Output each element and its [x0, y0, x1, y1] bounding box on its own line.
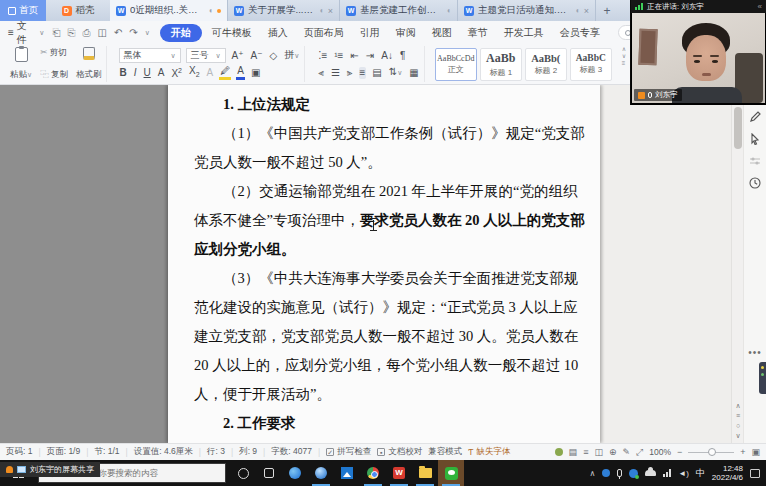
copy-button[interactable]: ⿻ 复制 [40, 67, 68, 81]
ribbon-tab-1[interactable]: 可牛模板 [204, 26, 260, 40]
pen-annotate-icon[interactable] [749, 111, 761, 123]
read-view-icon[interactable]: ◫ [594, 447, 603, 457]
align-right-button[interactable]: ⫸ [346, 67, 354, 79]
scrollbar-thumb[interactable] [734, 107, 742, 149]
zoom-in-button[interactable]: + [740, 447, 745, 457]
ribbon-tab-8[interactable]: 开发工具 [496, 26, 552, 40]
zoom-level[interactable]: 100% [649, 447, 671, 457]
align-center-button[interactable]: ☰ [330, 67, 341, 79]
taskbar-app-cortana[interactable] [230, 460, 256, 486]
print-icon[interactable]: ⎙ [82, 27, 90, 39]
font-size-select[interactable]: 三号∨ [186, 48, 226, 63]
write-mode-icon[interactable]: ✎ [622, 447, 630, 457]
ribbon-tab-2[interactable]: 插入 [260, 26, 296, 40]
superscript-button[interactable]: X2 [170, 65, 183, 80]
taskbar-app-chrome[interactable] [360, 460, 386, 486]
security-icon[interactable] [629, 469, 638, 478]
ribbon-tab-3[interactable]: 页面布局 [296, 26, 352, 40]
ime-indicator[interactable]: 中 [696, 467, 705, 480]
browse-menu-icon[interactable]: ≡ [736, 412, 740, 419]
taskbar-clock[interactable]: 12:48 2022/4/6 [712, 464, 743, 482]
highlight-color-button[interactable]: 🖉 [219, 65, 231, 80]
cloud-icon[interactable] [645, 470, 656, 476]
vertical-scrollbar[interactable]: ∧ ≡ ○ ∨ [731, 85, 743, 443]
bold-button[interactable]: B [119, 67, 128, 79]
paste-button[interactable]: 粘贴∨ [10, 47, 32, 81]
outline-view-icon[interactable]: ≡ [583, 447, 588, 457]
next-page-icon[interactable]: ∨ [735, 432, 740, 439]
style-card[interactable]: AaBb标题 1 [480, 48, 522, 81]
tray-chevron-icon[interactable]: ∧ [589, 469, 595, 478]
microphone-icon[interactable] [617, 469, 622, 477]
font-name-select[interactable]: 黑体∨ [119, 48, 181, 63]
taskbar-app-taskview[interactable] [256, 460, 282, 486]
taskbar-app-explorer[interactable] [412, 460, 438, 486]
style-card[interactable]: AaBbCcDd正文 [435, 48, 477, 81]
taskbar-app-wps[interactable]: W [386, 460, 412, 486]
adjust-sliders-icon[interactable] [749, 155, 761, 167]
char-shading-button[interactable]: ▣ [250, 67, 261, 79]
number-list-button[interactable]: ¹≡ [333, 50, 344, 62]
document-tab[interactable]: W基层党建工作创新项目◖ [340, 0, 458, 21]
zoom-out-button[interactable]: − [677, 447, 682, 457]
align-left-button[interactable]: ⫷ [317, 67, 325, 79]
style-card[interactable]: AaBb(标题 2 [525, 48, 567, 81]
taskbar-app-wechat[interactable] [438, 460, 464, 486]
collapse-panel-icon[interactable]: « [758, 2, 762, 11]
char-border-button[interactable]: A [157, 67, 166, 79]
italic-button[interactable]: I [133, 67, 138, 79]
shading-button[interactable]: ▦ [408, 67, 419, 79]
close-icon[interactable]: × [584, 6, 589, 16]
spell-check-toggle[interactable]: ✓ 拼写检查 [326, 446, 371, 458]
underline-button[interactable]: U [143, 67, 152, 79]
document-page[interactable]: 1. 上位法规定（1）《中国共产党支部工作条例（试行）》规定“党支部党员人数一般… [168, 85, 600, 443]
ribbon-tab-7[interactable]: 章节 [460, 26, 496, 40]
export-icon[interactable]: ⎘ [67, 27, 75, 39]
zoom-slider-knob[interactable] [708, 448, 716, 456]
shrink-font-button[interactable]: A⁻ [249, 50, 263, 62]
grow-font-button[interactable]: A⁺ [231, 50, 245, 62]
page-view-icon[interactable]: ▤ [569, 447, 578, 457]
customize-toolbar-icon[interactable]: ∨ [145, 29, 150, 37]
print-preview-icon[interactable]: ◫ [97, 27, 106, 38]
eye-protect-icon[interactable] [555, 448, 563, 456]
more-tools-icon[interactable]: ••• [748, 347, 762, 358]
history-clock-icon[interactable] [749, 177, 761, 189]
new-tab-button[interactable]: + [596, 0, 618, 21]
pinyin-guide-button[interactable]: 拼∨ [283, 49, 300, 62]
increase-indent-button[interactable]: ⇥ [365, 50, 375, 62]
doc-proof-toggle[interactable]: ▪ 文档校对 [377, 446, 422, 458]
taskbar-app-qq[interactable] [282, 460, 308, 486]
document-tab[interactable]: W0近期组织..关事项提醒◖ [110, 0, 228, 21]
volume-icon[interactable]: ◄) [678, 469, 689, 478]
style-gallery-scroll[interactable]: ∧ ∨ ≡ [622, 46, 626, 82]
paragraph-mark-button[interactable]: ¶ [399, 50, 406, 62]
cursor-select-icon[interactable] [749, 133, 761, 145]
screen-share-indicator[interactable]: 刘东宇的屏幕共享 [0, 462, 100, 477]
text-direction-button[interactable]: A↓ [380, 50, 394, 62]
ribbon-tab-4[interactable]: 引用 [352, 26, 388, 40]
notification-center-icon[interactable] [750, 469, 760, 478]
fullscreen-icon[interactable]: ⤢ [636, 447, 643, 458]
font-color-button[interactable]: A [236, 65, 245, 80]
network-signal-icon[interactable] [663, 469, 671, 477]
decrease-indent-button[interactable]: ⇤ [349, 50, 359, 62]
clear-format-button[interactable]: ◇ [268, 50, 278, 62]
bullet-list-button[interactable]: ⁚≡ [317, 50, 328, 62]
ribbon-tab-5[interactable]: 审阅 [388, 26, 424, 40]
justify-button[interactable]: ≡ [359, 67, 367, 79]
web-view-icon[interactable]: ⊕ [609, 447, 617, 457]
missing-font-warning[interactable]: Ƭ 缺失字体 [468, 446, 510, 458]
document-tab[interactable]: W关于开展学...工作的通知◖× [228, 0, 340, 21]
webcam-video[interactable]: 刘东宇 [632, 13, 765, 103]
format-painter-button[interactable]: 格式刷 [76, 47, 102, 81]
line-spacing-button[interactable]: ⇅∨ [388, 66, 404, 79]
document-tab[interactable]: W主题党日活动通知.docx◖× [458, 0, 596, 21]
taskbar-app-browser[interactable] [308, 460, 334, 486]
cut-button[interactable]: ✂ 剪切 [40, 47, 68, 59]
taskbar-app-photos[interactable] [334, 460, 360, 486]
side-dock-handle[interactable] [759, 362, 766, 394]
tray-app-icon[interactable] [602, 469, 610, 477]
undo-icon[interactable]: ↶ [114, 27, 122, 38]
ribbon-tab-0[interactable]: 开始 [160, 24, 202, 42]
